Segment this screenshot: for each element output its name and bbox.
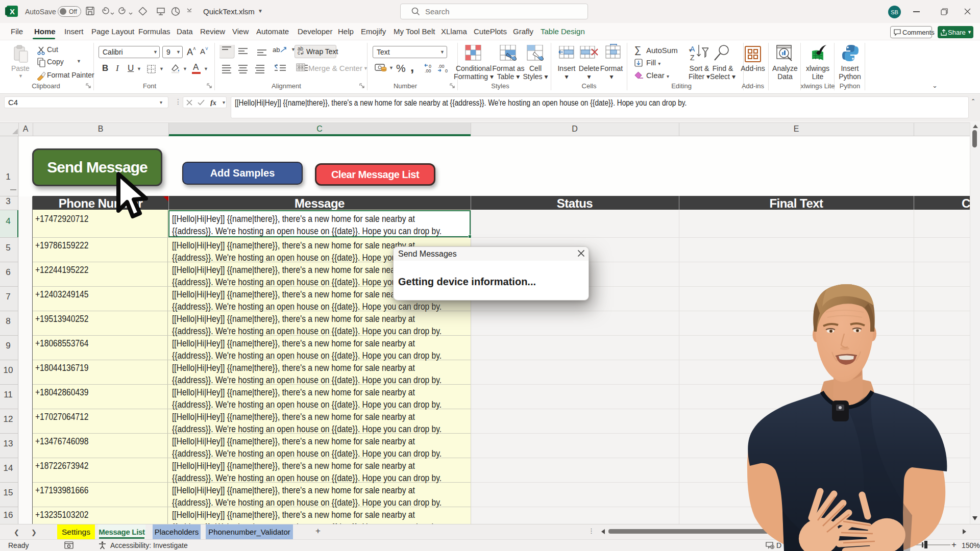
svg-text:fx: fx xyxy=(210,99,216,106)
svg-text:A: A xyxy=(690,45,695,53)
svg-text:Z: Z xyxy=(690,54,695,62)
svg-text:.00: .00 xyxy=(438,64,445,69)
svg-text:ab: ab xyxy=(273,46,280,54)
svg-text:.00: .00 xyxy=(425,68,431,73)
svg-text:0: 0 xyxy=(445,68,448,73)
